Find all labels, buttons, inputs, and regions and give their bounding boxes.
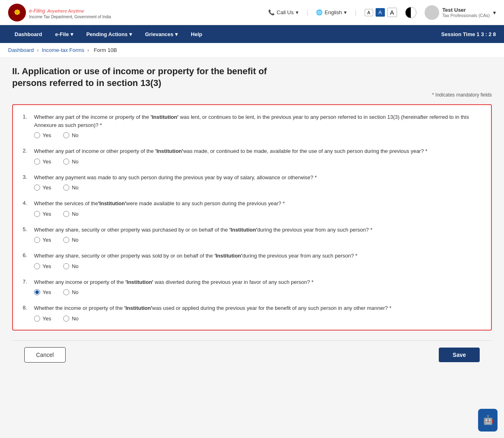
logo-efiling: e-Filing Anywhere Anytime [29, 6, 111, 15]
contrast-toggle[interactable] [405, 7, 416, 18]
question-1-no[interactable]: No [63, 132, 79, 138]
question-4-text: Whether the services of the'Institution'… [34, 200, 285, 208]
language-selector[interactable]: 🌐 English ▾ [316, 9, 347, 15]
breadcrumb-income-forms[interactable]: Income-tax Forms [42, 47, 84, 53]
logo-subtitle: Income Tax Department, Government of Ind… [29, 15, 111, 19]
question-7: 7. Whether any income or property of the… [23, 278, 481, 296]
header-right: 📞 Call Us ▾ | 🌐 English ▾ | A A A Test U… [268, 5, 496, 20]
main-content: II. Application or use of income or prop… [0, 58, 504, 401]
question-4-num: 4. [23, 200, 31, 208]
question-1-options: Yes No [34, 132, 481, 138]
question-7-yes[interactable]: Yes [34, 289, 51, 295]
question-1-num: 1. [23, 113, 31, 129]
question-5: 5. Whether any share, security or other … [23, 226, 481, 243]
font-medium-button[interactable]: A [376, 8, 385, 17]
breadcrumb-sep-2: › [88, 47, 91, 53]
question-6-options: Yes No [34, 263, 481, 269]
logo-text: e-Filing Anywhere Anytime Income Tax Dep… [29, 6, 111, 19]
top-header: ☸ e-Filing Anywhere Anytime Income Tax D… [0, 0, 504, 25]
efile-dropdown-icon: ▾ [70, 31, 73, 37]
nav-items: Dashboard e-File ▾ Pending Actions ▾ Gri… [8, 25, 209, 43]
session-time: Session Time 1 3 : 2 8 [441, 31, 496, 37]
cancel-button[interactable]: Cancel [24, 347, 66, 363]
question-6: 6. Whether any share, security or other … [23, 252, 481, 269]
question-7-num: 7. [23, 278, 31, 286]
font-controls: A A A [365, 8, 397, 17]
dropdown-arrow-icon: ▾ [296, 9, 299, 15]
save-button[interactable]: Save [439, 348, 480, 362]
page-title: II. Application or use of income or prop… [12, 66, 271, 89]
user-avatar [425, 5, 439, 20]
user-name: Test User [442, 7, 490, 13]
breadcrumb-sep-1: › [37, 47, 40, 53]
question-2-no[interactable]: No [63, 159, 79, 165]
form-card: 1. Whether any part of the income or pro… [12, 104, 492, 331]
nav-pending-actions[interactable]: Pending Actions ▾ [80, 25, 139, 43]
font-large-button[interactable]: A [387, 8, 397, 17]
nav-efile[interactable]: e-File ▾ [49, 25, 80, 43]
question-5-options: Yes No [34, 237, 481, 243]
question-1: 1. Whether any part of the income or pro… [23, 113, 481, 138]
question-5-no[interactable]: No [63, 237, 79, 243]
globe-icon: 🌐 [316, 9, 322, 15]
user-dropdown-icon: ▾ [493, 9, 496, 16]
govt-emblem-icon: ☸ [8, 4, 26, 21]
question-4-options: Yes No [34, 211, 481, 217]
nav-grievances[interactable]: Grievances ▾ [139, 25, 184, 43]
call-us-button[interactable]: 📞 Call Us ▾ [268, 9, 299, 15]
font-small-button[interactable]: A [365, 9, 373, 16]
question-2-text: Whether any part of income or other prop… [34, 147, 427, 155]
question-1-text: Whether any part of the income or proper… [34, 113, 481, 129]
question-8-options: Yes No [34, 316, 481, 322]
question-8-no[interactable]: No [63, 316, 79, 322]
question-2-num: 2. [23, 147, 31, 155]
question-5-num: 5. [23, 226, 31, 234]
question-8: 8. Whether the income or property of the… [23, 304, 481, 322]
question-3-no[interactable]: No [63, 185, 79, 191]
question-2: 2. Whether any part of income or other p… [23, 147, 481, 165]
question-4-yes[interactable]: Yes [34, 211, 51, 217]
question-3: 3. Whether any payment was made to any s… [23, 174, 481, 191]
question-8-yes[interactable]: Yes [34, 316, 51, 322]
breadcrumb-current: Form 10B [94, 47, 117, 53]
logo-area: ☸ e-Filing Anywhere Anytime Income Tax D… [8, 4, 111, 21]
question-4-no[interactable]: No [63, 211, 79, 217]
question-4: 4. Whether the services of the'Instituti… [23, 200, 481, 217]
user-role: Tax Professionals (CAs) [442, 13, 490, 18]
question-5-text: Whether any share, security or other pro… [34, 226, 372, 234]
question-5-yes[interactable]: Yes [34, 237, 51, 243]
question-3-options: Yes No [34, 185, 481, 191]
phone-icon: 📞 [268, 9, 275, 15]
question-1-yes[interactable]: Yes [34, 132, 51, 138]
question-6-yes[interactable]: Yes [34, 263, 51, 269]
question-6-num: 6. [23, 252, 31, 260]
language-dropdown-icon: ▾ [344, 9, 347, 15]
question-3-num: 3. [23, 174, 31, 182]
breadcrumb-dashboard[interactable]: Dashboard [8, 47, 34, 53]
nav-dashboard[interactable]: Dashboard [8, 25, 49, 43]
question-3-yes[interactable]: Yes [34, 185, 51, 191]
question-8-num: 8. [23, 304, 31, 312]
nav-help[interactable]: Help [184, 25, 209, 43]
navigation-bar: Dashboard e-File ▾ Pending Actions ▾ Gri… [0, 25, 504, 43]
question-8-text: Whether the income or property of the 'I… [34, 304, 391, 312]
breadcrumb: Dashboard › Income-tax Forms › Form 10B [0, 43, 504, 58]
question-7-text: Whether any income or property of the 'I… [34, 278, 314, 286]
user-area: Test User Tax Professionals (CAs) ▾ [425, 5, 496, 20]
question-6-text: Whether any share, security or other pro… [34, 252, 357, 260]
user-info: Test User Tax Professionals (CAs) [442, 7, 490, 18]
footer-bar: Cancel Save [12, 340, 492, 369]
question-2-options: Yes No [34, 159, 481, 165]
question-7-no[interactable]: No [63, 289, 79, 295]
question-3-text: Whether any payment was made to any such… [34, 174, 317, 182]
question-7-options: Yes No [34, 289, 481, 295]
question-6-no[interactable]: No [63, 263, 79, 269]
grievances-dropdown-icon: ▾ [175, 31, 178, 37]
mandatory-note: * Indicates mandatory fields [12, 92, 492, 98]
question-2-yes[interactable]: Yes [34, 159, 51, 165]
pending-dropdown-icon: ▾ [129, 31, 132, 37]
